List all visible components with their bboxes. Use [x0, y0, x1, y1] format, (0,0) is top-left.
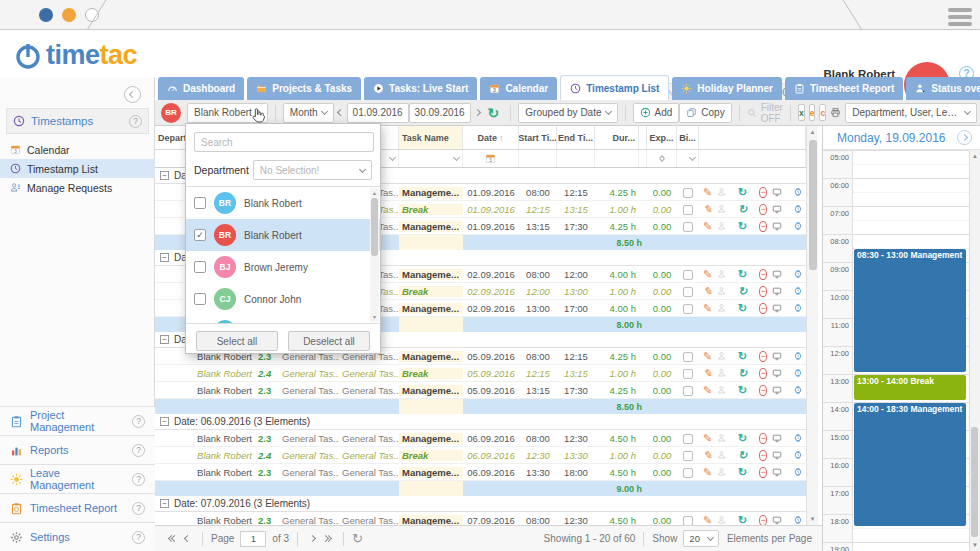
- edit-icon[interactable]: ✎: [703, 302, 712, 315]
- sync-icon[interactable]: ↻: [738, 220, 747, 233]
- calendar-event-management[interactable]: 08:30 - 13:00 Management: [854, 249, 966, 372]
- tab-calendar[interactable]: 3Calendar: [480, 77, 557, 100]
- sidebar-section-reports[interactable]: Reports?: [0, 435, 155, 464]
- sidebar-section-timesheet-report[interactable]: Timesheet Report?: [0, 493, 155, 522]
- reload-icon[interactable]: ↻: [484, 105, 504, 121]
- remove-icon[interactable]: −: [759, 433, 766, 444]
- browser-menu-icon[interactable]: [948, 5, 972, 29]
- sync-icon[interactable]: ↻: [738, 302, 747, 315]
- next-day-icon[interactable]: [957, 130, 972, 145]
- billable-checkbox[interactable]: [683, 451, 693, 461]
- user-list-item[interactable]: BJBrown Jeremy: [186, 251, 380, 283]
- filter-cell-11[interactable]: [647, 150, 677, 167]
- watch-icon[interactable]: [793, 368, 803, 378]
- sidebar-collapse-button[interactable]: [124, 86, 141, 103]
- assign-user-icon[interactable]: [717, 467, 727, 477]
- column-header-task-name[interactable]: Task Name: [399, 126, 463, 149]
- billable-checkbox[interactable]: [683, 188, 693, 198]
- monitor-icon[interactable]: [772, 450, 782, 460]
- list-scroll-up-icon[interactable]: ▲: [370, 188, 379, 198]
- user-list-item[interactable]: CJConnor John: [186, 283, 380, 315]
- column-header-end-ti[interactable]: End Ti...: [557, 126, 595, 149]
- monitor-icon[interactable]: [772, 467, 782, 477]
- monitor-icon[interactable]: [772, 269, 782, 279]
- sync-icon[interactable]: ↻: [738, 268, 747, 281]
- assign-user-icon[interactable]: [717, 385, 727, 395]
- billable-checkbox[interactable]: [683, 369, 693, 379]
- edit-icon[interactable]: ✎: [703, 350, 712, 363]
- collapse-group-icon[interactable]: −: [160, 253, 169, 262]
- tab-dashboard[interactable]: Dashboard: [158, 77, 244, 100]
- edit-icon[interactable]: ✎: [703, 466, 712, 479]
- sync-icon[interactable]: ↻: [738, 449, 747, 462]
- table-row[interactable]: Blank Robert2.3General Tas...General Tas…: [155, 430, 806, 447]
- billable-checkbox[interactable]: [683, 205, 693, 215]
- column-header-dur[interactable]: Dur...: [595, 126, 639, 149]
- section-help-icon[interactable]: ?: [132, 502, 145, 515]
- date-to-field[interactable]: 30.09.2016: [409, 103, 471, 123]
- assign-user-icon[interactable]: [717, 187, 727, 197]
- watch-icon[interactable]: [793, 515, 803, 525]
- scroll-up-icon[interactable]: ▲: [807, 127, 818, 137]
- watch-icon[interactable]: [793, 269, 803, 279]
- list-scroll-thumb[interactable]: [371, 198, 378, 256]
- table-row[interactable]: Blank Robert2.4General Tas...General Tas…: [155, 447, 806, 464]
- filter-cell-12[interactable]: [677, 150, 699, 167]
- expenses-spinner-icon[interactable]: [660, 156, 664, 161]
- remove-icon[interactable]: −: [759, 450, 766, 461]
- edit-icon[interactable]: ✎: [703, 514, 712, 526]
- filter-dropdown-icon[interactable]: [389, 154, 396, 161]
- column-header-bi[interactable]: Bi...: [677, 126, 699, 149]
- billable-checkbox[interactable]: [683, 516, 693, 525]
- export-excel-button[interactable]: x: [798, 104, 805, 121]
- copy-button[interactable]: Copy: [679, 103, 731, 123]
- remove-icon[interactable]: −: [759, 467, 766, 478]
- section-help-icon[interactable]: ?: [129, 115, 142, 128]
- remove-icon[interactable]: −: [759, 385, 766, 396]
- edit-icon[interactable]: ✎: [703, 268, 712, 281]
- sync-icon[interactable]: ↻: [738, 384, 747, 397]
- day-scroll-thumb[interactable]: [971, 427, 978, 537]
- prev-period-button[interactable]: [334, 110, 347, 115]
- date-from-field[interactable]: 01.09.2016: [347, 103, 409, 123]
- remove-icon[interactable]: −: [759, 368, 766, 379]
- assign-user-icon[interactable]: [717, 515, 727, 525]
- assign-user-icon[interactable]: [717, 433, 727, 443]
- scroll-down-icon[interactable]: ▼: [807, 514, 818, 524]
- select-all-button[interactable]: Select all: [196, 331, 278, 351]
- sidebar-item-timestamp-list[interactable]: Timestamp List: [0, 159, 155, 178]
- monitor-icon[interactable]: [772, 515, 782, 525]
- first-page-button[interactable]: [165, 536, 181, 541]
- monitor-icon[interactable]: [772, 286, 782, 296]
- tab-timestamp-list[interactable]: Timestamp List: [560, 75, 669, 100]
- user-checkbox[interactable]: [194, 293, 206, 305]
- export-c-button[interactable]: c: [819, 104, 826, 121]
- user-list-item[interactable]: DKDavies Kristin: [186, 315, 380, 324]
- next-page-button[interactable]: [306, 536, 319, 541]
- sidebar-section-timestamps[interactable]: Timestamps ?: [6, 108, 149, 134]
- watch-icon[interactable]: [793, 450, 803, 460]
- day-grid[interactable]: 05:0006:0007:0008:0009:0010:0011:0012:00…: [823, 150, 969, 551]
- watch-icon[interactable]: [793, 385, 803, 395]
- monitor-icon[interactable]: [772, 303, 782, 313]
- filter-cell-6[interactable]: 3: [463, 150, 519, 167]
- sync-icon[interactable]: ↻: [738, 350, 747, 363]
- edit-icon[interactable]: ✎: [703, 432, 712, 445]
- column-header-exp[interactable]: Exp...: [647, 126, 677, 149]
- monitor-icon[interactable]: [772, 204, 782, 214]
- watch-icon[interactable]: [793, 433, 803, 443]
- watch-icon[interactable]: [793, 286, 803, 296]
- next-period-button[interactable]: [471, 110, 484, 115]
- page-input[interactable]: 1: [240, 531, 266, 547]
- monitor-icon[interactable]: [772, 351, 782, 361]
- user-list-item[interactable]: ✓BRBlank Robert: [186, 219, 380, 251]
- watch-icon[interactable]: [793, 221, 803, 231]
- add-button[interactable]: Add: [633, 103, 680, 123]
- assign-user-icon[interactable]: [717, 269, 727, 279]
- page-size-select[interactable]: 20: [683, 530, 719, 547]
- edit-icon[interactable]: ✎: [703, 203, 712, 216]
- tab-tasks-live-start[interactable]: Tasks: Live Start: [364, 77, 477, 100]
- assign-user-icon[interactable]: [717, 368, 727, 378]
- filter-dropdown-icon[interactable]: [453, 154, 460, 161]
- filter-dropdown-icon[interactable]: [689, 154, 696, 161]
